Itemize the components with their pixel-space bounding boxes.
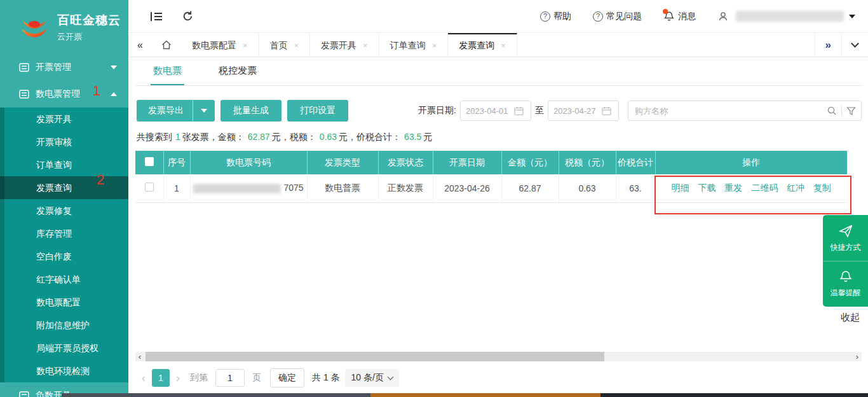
strip-segment: [600, 393, 868, 397]
digital-invoice-mgmt-icon: [19, 89, 29, 99]
sidebar-item-stock-mgmt[interactable]: 库存管理: [0, 222, 128, 245]
print-settings-button[interactable]: 打印设置: [287, 100, 348, 122]
sidebar-item-operator-auth[interactable]: 局端开票员授权: [0, 337, 128, 359]
invoice-number-redacted: [193, 184, 281, 193]
scroll-left-arrow[interactable]: ‹: [135, 352, 144, 361]
action-red-flush[interactable]: 红冲: [787, 183, 804, 193]
sidebar-item-invoice-query[interactable]: 发票查询: [0, 176, 128, 199]
confirm-button[interactable]: 确定: [270, 368, 304, 387]
shortcut-panel-button[interactable]: 快捷方式: [823, 215, 868, 261]
export-dropdown-caret[interactable]: [193, 100, 215, 122]
close-icon[interactable]: ×: [243, 41, 248, 50]
invoice-export-button[interactable]: 发票导出: [137, 100, 215, 122]
faq-icon: [593, 11, 603, 22]
sidebar-item-digital-config[interactable]: 数电票配置: [0, 291, 128, 314]
action-download[interactable]: 下载: [698, 183, 715, 193]
col-tax: 税额（元）: [559, 151, 616, 174]
paper-plane-icon: [838, 223, 853, 239]
page-unit-label: 页: [252, 372, 261, 384]
tabs-scroll-right[interactable]: »: [815, 33, 841, 57]
summary-tax: 0.63: [320, 132, 337, 142]
col-actions: 操作: [655, 151, 847, 174]
cell-date: 2023-04-26: [433, 174, 501, 202]
tab-digital-config[interactable]: 数电票配置 ×: [181, 33, 259, 57]
sidebar-group-invoice-mgmt[interactable]: 开票管理: [0, 54, 128, 81]
tab-home[interactable]: 首页 ×: [259, 33, 311, 57]
search-icon[interactable]: [827, 106, 837, 116]
subtab-tax-control-invoice[interactable]: 税控发票: [216, 57, 259, 85]
sidebar-item-invoice-repair[interactable]: 发票修复: [0, 199, 128, 222]
scrollbar-track[interactable]: [144, 352, 853, 361]
batch-generate-button[interactable]: 批量生成: [220, 100, 281, 122]
select-all-checkbox[interactable]: [145, 157, 154, 166]
summary-count: 1: [175, 132, 180, 142]
chevron-down-icon: [111, 66, 117, 69]
sidebar-item-env-check[interactable]: 数电环境检测: [0, 359, 128, 382]
summary-amount: 62.87: [248, 132, 270, 142]
tabs-menu-toggle[interactable]: [841, 33, 868, 57]
main-area: 帮助 常见问题 消息 « 数电票配置 ×: [128, 0, 868, 397]
date-from-field[interactable]: [460, 101, 531, 121]
action-detail[interactable]: 明细: [672, 183, 689, 193]
tabbar: « 数电票配置 × 首页 × 发票开具 × 订单查询 × 发票查询 × »: [128, 33, 868, 57]
goto-page-input[interactable]: [215, 369, 245, 387]
refresh-icon[interactable]: [182, 10, 194, 22]
reminder-panel-button[interactable]: 温馨提醒: [823, 261, 868, 307]
sidebar-item-order-query[interactable]: 订单查询: [0, 153, 128, 176]
help-menu[interactable]: 帮助: [540, 11, 571, 22]
sidebar-toggle-icon[interactable]: [150, 11, 163, 22]
messages-menu[interactable]: 消息: [663, 11, 696, 22]
horizontal-scrollbar: ‹ ›: [135, 352, 862, 361]
action-qrcode[interactable]: 二维码: [751, 183, 778, 193]
tab-order-query[interactable]: 订单查询 ×: [379, 33, 449, 57]
sidebar-item-blank-void[interactable]: 空白作废: [0, 245, 128, 268]
row-checkbox[interactable]: [145, 183, 154, 192]
select-all-header: [135, 151, 163, 174]
negative-issue-icon: [19, 391, 29, 397]
date-to-input[interactable]: [553, 106, 602, 116]
tab-invoice-issue[interactable]: 发票开具 ×: [310, 33, 379, 57]
close-icon[interactable]: ×: [432, 41, 437, 50]
sidebar-item-invoice-audit[interactable]: 开票审核: [0, 130, 128, 153]
chevron-down-icon: [851, 39, 859, 48]
tab-label: 首页: [270, 40, 288, 52]
scroll-right-arrow[interactable]: ›: [853, 352, 862, 361]
close-icon[interactable]: ×: [501, 41, 506, 50]
user-menu[interactable]: [717, 11, 855, 22]
sidebar-item-red-confirm[interactable]: 红字确认单: [0, 268, 128, 291]
invoice-table: 序号 数电票号码 发票类型 发票状态 开票日期 金额（元） 税额（元） 价税合计…: [135, 151, 847, 203]
sidebar-submenu: 发票开具 开票审核 订单查询 发票查询 发票修复 库存管理 空白作废 红字确认单…: [0, 108, 128, 382]
action-resend[interactable]: 重发: [724, 183, 742, 193]
collapse-panel-button[interactable]: 收起: [841, 312, 860, 324]
sidebar-group-digital-invoice-mgmt[interactable]: 数电票管理: [0, 81, 128, 108]
faq-label: 常见问题: [606, 11, 642, 22]
home-icon[interactable]: [152, 33, 181, 57]
summary-text: 元，税额：: [272, 132, 316, 142]
messages-label: 消息: [678, 11, 696, 22]
close-icon[interactable]: ×: [294, 41, 299, 50]
tab-invoice-query[interactable]: 发票查询 ×: [448, 33, 517, 57]
date-from-input[interactable]: [466, 106, 514, 116]
scrollbar-thumb[interactable]: [146, 352, 604, 361]
page-number[interactable]: 1: [152, 369, 170, 387]
prev-page-arrow[interactable]: ‹: [135, 372, 152, 385]
faq-menu[interactable]: 常见问题: [593, 11, 642, 22]
filter-funnel-icon[interactable]: [846, 106, 856, 116]
date-to-field[interactable]: [548, 101, 619, 121]
notification-dot: [663, 9, 668, 14]
page-size-select[interactable]: 10 条/页: [345, 369, 399, 387]
calendar-icon: [602, 106, 611, 116]
tabs-scroll-left[interactable]: «: [128, 33, 152, 57]
close-icon[interactable]: ×: [363, 41, 368, 50]
buyer-name-input[interactable]: [635, 106, 827, 116]
toolbar: 发票导出 批量生成 打印设置 开票日期: 至: [137, 100, 862, 122]
buyer-name-field[interactable]: [628, 101, 862, 121]
sidebar-item-extra-info[interactable]: 附加信息维护: [0, 314, 128, 337]
action-copy[interactable]: 复制: [813, 183, 831, 193]
strip-segment: [62, 393, 370, 397]
subtab-digital-invoice[interactable]: 数电票: [151, 57, 184, 85]
sidebar-item-invoice-issue[interactable]: 发票开具: [0, 108, 128, 130]
cell-total: 63.: [616, 174, 655, 202]
summary-text: 元: [423, 132, 432, 142]
next-page-arrow[interactable]: ›: [170, 372, 186, 385]
